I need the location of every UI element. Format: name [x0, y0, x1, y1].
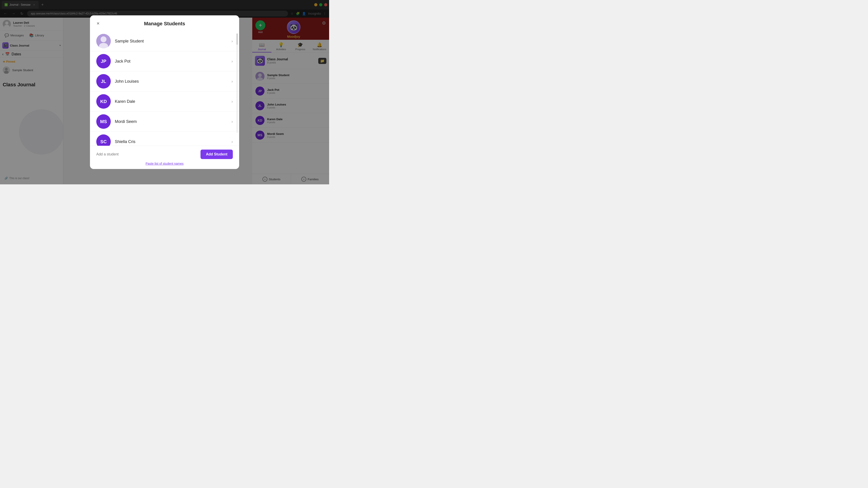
modal-overlay[interactable]: × Manage Students Sample Student › JP Ja…	[0, 0, 329, 184]
modal-header: × Manage Students	[90, 15, 239, 29]
modal-student-row-3[interactable]: KD Karen Dale ›	[90, 92, 239, 111]
modal-student-avatar-3: KD	[96, 94, 111, 109]
modal-student-name-3: Karen Dale	[115, 99, 227, 104]
manage-students-modal: × Manage Students Sample Student › JP Ja…	[90, 15, 239, 169]
add-student-row: Add Student	[96, 150, 233, 159]
modal-student-row-1[interactable]: JP Jack Pot ›	[90, 51, 239, 71]
paste-list-link[interactable]: Paste list of student names	[96, 162, 233, 165]
modal-student-avatar-4: MS	[96, 114, 111, 129]
svg-point-10	[101, 36, 106, 42]
chevron-right-icon-4: ›	[231, 119, 233, 124]
modal-student-avatar-5: SC	[96, 134, 111, 146]
modal-student-name-1: Jack Pot	[115, 59, 227, 64]
modal-student-row-0[interactable]: Sample Student ›	[90, 31, 239, 51]
modal-student-row-4[interactable]: MS Mordi Seem ›	[90, 111, 239, 132]
chevron-right-icon-2: ›	[231, 79, 233, 84]
app-container: Lauren Deli Teacher · 2 Classes 💬 Messag…	[0, 18, 329, 184]
modal-close-button[interactable]: ×	[94, 20, 102, 27]
modal-student-avatar-2: JL	[96, 74, 111, 89]
modal-student-name-2: John Louises	[115, 79, 227, 84]
modal-student-avatar-1: JP	[96, 54, 111, 68]
modal-title: Manage Students	[96, 21, 233, 27]
modal-footer: Add Student Paste list of student names	[90, 146, 239, 169]
chevron-right-icon-0: ›	[231, 39, 233, 43]
modal-student-name-5: Shiella Cris	[115, 139, 227, 144]
chevron-right-icon-3: ›	[231, 99, 233, 104]
chevron-right-icon-1: ›	[231, 59, 233, 64]
modal-student-row-2[interactable]: JL John Louises ›	[90, 71, 239, 92]
modal-student-row-5[interactable]: SC Shiella Cris ›	[90, 132, 239, 146]
modal-student-name-4: Mordi Seem	[115, 119, 227, 124]
chevron-right-icon-5: ›	[231, 139, 233, 144]
modal-body: Sample Student › JP Jack Pot › JL John L…	[90, 29, 239, 146]
add-student-input[interactable]	[96, 152, 198, 156]
modal-student-name-0: Sample Student	[115, 39, 227, 43]
scrollbar-track	[237, 33, 238, 133]
add-student-button[interactable]: Add Student	[200, 150, 233, 159]
scrollbar-thumb[interactable]	[237, 33, 238, 45]
modal-student-avatar-0	[96, 34, 111, 48]
